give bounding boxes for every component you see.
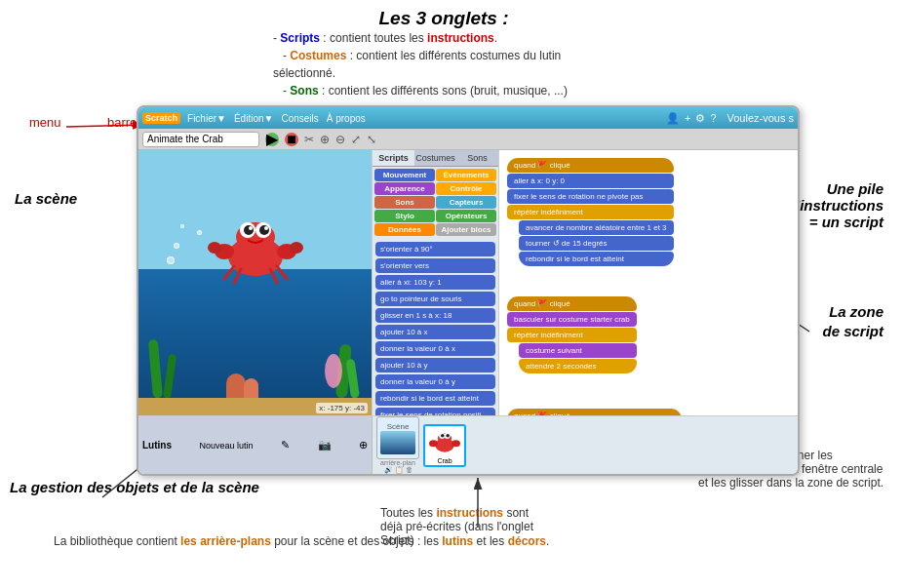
block-aller-xi[interactable]: aller à xi: 103 y: 1 bbox=[375, 275, 495, 290]
settings-icon[interactable]: ⚙ bbox=[695, 112, 705, 125]
tab-sons[interactable]: Sons bbox=[456, 150, 498, 166]
paste-icon[interactable]: ⊖ bbox=[335, 133, 345, 146]
script-when-flag-2[interactable]: quand 🚩 cliqué bbox=[507, 296, 637, 311]
categories-grid: Mouvement Événements Apparence Contrôle … bbox=[373, 167, 498, 238]
blocks-list: s'orienter à 90° s'orienter vers aller à… bbox=[373, 238, 498, 415]
shrink-icon[interactable]: ⤡ bbox=[367, 133, 376, 146]
add-lutin-icon[interactable]: ⊕ bbox=[359, 439, 368, 451]
zone-script-label: La zonede script bbox=[822, 302, 883, 340]
tab-sons-label: Sons bbox=[290, 84, 318, 98]
cat-controle-btn[interactable]: Contrôle bbox=[436, 182, 496, 195]
script-repeter-1[interactable]: répéter indéfiniment bbox=[507, 205, 674, 219]
scratch-toolbar: ▶ ■ ✂ ⊕ ⊖ ⤢ ⤡ bbox=[138, 129, 798, 150]
svg-point-16 bbox=[264, 226, 268, 230]
svg-line-22 bbox=[234, 269, 241, 283]
svg-line-24 bbox=[277, 266, 287, 279]
menu-apropos[interactable]: À propos bbox=[327, 113, 366, 124]
stage-thumb-container: Scène arrière-plan 🔊 📋 🗑 bbox=[376, 416, 419, 474]
crab-sprite-thumb[interactable]: Crab bbox=[423, 424, 466, 467]
scene-controls: 🔊 📋 🗑 bbox=[384, 466, 412, 474]
script-repeter-2[interactable]: répéter indéfiniment bbox=[507, 328, 637, 342]
crab-mini-svg bbox=[427, 426, 462, 457]
svg-point-14 bbox=[259, 225, 269, 235]
tab-scripts[interactable]: Scripts bbox=[373, 150, 414, 166]
svg-point-18 bbox=[208, 242, 221, 254]
cat-stylo-btn[interactable]: Stylo bbox=[374, 210, 435, 222]
svg-point-32 bbox=[452, 440, 460, 447]
menu-edition[interactable]: Édition▼ bbox=[234, 113, 273, 124]
cat-ajouter-btn[interactable]: Ajouter blocs bbox=[436, 223, 496, 236]
svg-point-29 bbox=[441, 434, 445, 438]
script-basculer[interactable]: basculer sur costume starter crab bbox=[507, 312, 637, 327]
cat-apparence-btn[interactable]: Apparence bbox=[374, 182, 435, 195]
cat-evenements-btn[interactable]: Événements bbox=[436, 169, 496, 181]
block-ajouter-x[interactable]: ajouter 10 à x bbox=[375, 325, 495, 339]
block-donner-y[interactable]: donner la valeur 0 à y bbox=[375, 374, 495, 389]
help-icon[interactable]: ? bbox=[710, 112, 716, 124]
scratch-menu: Fichier▼ Édition▼ Conseils À propos bbox=[187, 113, 366, 124]
block-glisser[interactable]: glisser en 1 s à x: 18 bbox=[375, 308, 495, 323]
script-when-flag-3[interactable]: quand 🚩 cliqué bbox=[507, 409, 682, 415]
tab-script-label: Scripts bbox=[280, 31, 320, 45]
stage-name-input[interactable] bbox=[142, 132, 259, 147]
menu-fichier[interactable]: Fichier▼ bbox=[187, 113, 226, 124]
block-ajouter-y[interactable]: ajouter 10 à y bbox=[375, 358, 495, 372]
cat-capteurs-btn[interactable]: Capteurs bbox=[436, 196, 496, 209]
script-avancer[interactable]: avancer de nombre aléatoire entre 1 et 3 bbox=[519, 220, 674, 235]
sprites-panel: Lutins Nouveau lutin ✎ 📷 ⊕ Scène arrière… bbox=[138, 415, 798, 474]
stage-thumb[interactable]: Scène bbox=[376, 416, 419, 459]
svg-point-15 bbox=[249, 226, 253, 230]
plus-icon[interactable]: + bbox=[685, 112, 690, 124]
block-donner-x[interactable]: donner la valeur 0 à x bbox=[375, 341, 495, 356]
tab-costumes[interactable]: Costumes bbox=[414, 150, 456, 166]
photo-lutin-icon[interactable]: 📷 bbox=[318, 439, 332, 451]
script-attendre[interactable]: attendre 2 secondes bbox=[519, 359, 637, 373]
script-group-2: quand 🚩 cliqué basculer sur costume star… bbox=[507, 296, 637, 373]
scratch-icons: 👤 + ⚙ ? Voulez-vous s bbox=[666, 112, 794, 125]
cat-sons-btn[interactable]: Sons bbox=[374, 196, 435, 209]
nouveau-lutin-label: Nouveau lutin bbox=[199, 441, 253, 451]
green-flag-btn[interactable]: ▶ bbox=[265, 133, 279, 146]
svg-point-30 bbox=[446, 434, 450, 438]
scissors-icon[interactable]: ✂ bbox=[304, 133, 314, 146]
script-when-flag-1[interactable]: quand 🚩 cliqué bbox=[507, 158, 674, 173]
scene-label: La scène bbox=[15, 190, 77, 207]
script-aller-a[interactable]: aller à x: 0 y: 0 bbox=[507, 174, 674, 188]
person-icon[interactable]: 👤 bbox=[666, 112, 680, 125]
script-area: quand 🚩 cliqué aller à x: 0 y: 0 fixer l… bbox=[499, 150, 798, 415]
script-fixer-sens[interactable]: fixer le sens de rotation ne pivote pas bbox=[507, 189, 674, 204]
tab-costumes-label: Costumes bbox=[290, 49, 346, 62]
stage-area: x: -175 y: -43 bbox=[138, 150, 373, 415]
blocks-panel: Scripts Costumes Sons Mouvement Événemen… bbox=[373, 150, 499, 415]
script-group-3: quand 🚩 cliqué répéter indéfiniment joue… bbox=[507, 409, 682, 415]
cat-mouvement-btn[interactable]: Mouvement bbox=[374, 169, 435, 181]
stage-mini-canvas bbox=[380, 431, 415, 454]
stop-btn[interactable]: ■ bbox=[285, 133, 298, 146]
block-s-orienter[interactable]: s'orienter à 90° bbox=[375, 242, 495, 256]
stage-canvas: x: -175 y: -43 bbox=[138, 150, 372, 415]
block-go-to[interactable]: go to pointeur de souris bbox=[375, 292, 495, 306]
script-rebondir[interactable]: rebondir si le bord est atteint bbox=[519, 252, 674, 266]
cat-operateurs-btn[interactable]: Opérateurs bbox=[436, 210, 496, 222]
grow-icon[interactable]: ⤢ bbox=[351, 133, 361, 146]
scratch-main-area: x: -175 y: -43 Scripts Costumes Sons Mou… bbox=[138, 150, 798, 415]
copy-icon[interactable]: ⊕ bbox=[320, 133, 330, 146]
script-costume-suivant[interactable]: costume suivant bbox=[519, 343, 637, 358]
block-fixer-sens[interactable]: fixer le sens de rotation positi... bbox=[375, 408, 495, 415]
tabs-row: Scripts Costumes Sons bbox=[373, 150, 498, 167]
block-rebondir[interactable]: rebondir si le bord est atteint bbox=[375, 391, 495, 406]
bubble-4 bbox=[197, 230, 202, 235]
sprites-header: Lutins Nouveau lutin ✎ 📷 ⊕ bbox=[138, 416, 373, 474]
cat-donnees-btn[interactable]: Données bbox=[374, 223, 435, 236]
block-s-orienter-vers[interactable]: s'orienter vers bbox=[375, 258, 495, 273]
coral-2 bbox=[244, 378, 258, 398]
scratch-logo: Scratch bbox=[142, 112, 180, 124]
sprites-area: Scène arrière-plan 🔊 📋 🗑 bbox=[373, 416, 798, 474]
scratch-titlebar: Scratch Fichier▼ Édition▼ Conseils À pro… bbox=[138, 107, 798, 129]
menu-conseils[interactable]: Conseils bbox=[281, 113, 318, 124]
script-tourner[interactable]: tourner ↺ de 15 degrés bbox=[519, 236, 674, 251]
edit-lutin-icon[interactable]: ✎ bbox=[281, 439, 290, 451]
bubble-3 bbox=[167, 256, 175, 264]
svg-line-23 bbox=[270, 269, 277, 283]
coords-display: x: -175 y: -43 bbox=[316, 403, 368, 413]
